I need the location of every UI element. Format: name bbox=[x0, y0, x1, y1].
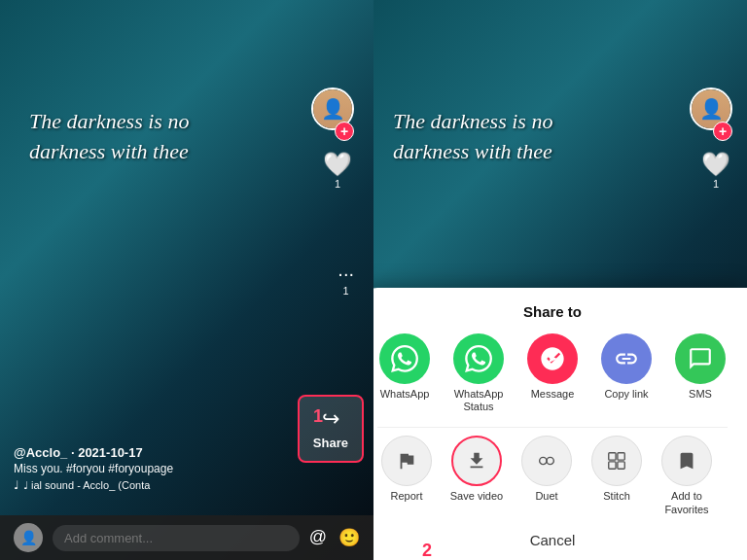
sms-label: SMS bbox=[689, 388, 712, 401]
more-options-button[interactable]: ··· 1 bbox=[338, 262, 354, 297]
action-item-stitch[interactable]: Stitch bbox=[582, 436, 652, 515]
comment-input[interactable] bbox=[53, 525, 300, 551]
stitch-label: Stitch bbox=[603, 490, 630, 503]
duet-icon bbox=[536, 450, 557, 472]
svg-rect-5 bbox=[618, 462, 624, 469]
sms-icon bbox=[688, 346, 713, 371]
svg-rect-4 bbox=[609, 462, 616, 469]
share-item-sms[interactable]: SMS bbox=[665, 333, 735, 413]
duet-label: Duet bbox=[535, 490, 557, 503]
report-icon bbox=[396, 450, 417, 472]
save-video-label: Save video bbox=[450, 490, 503, 503]
heart-button[interactable]: 🤍 1 bbox=[323, 151, 352, 190]
report-label: Report bbox=[390, 490, 422, 503]
share-dialog: Share to WhatsApp WhatsApp Status bbox=[374, 288, 747, 560]
username: @Acclo_ · 2021-10-17 bbox=[14, 445, 360, 460]
video-overlay-text-left: The darkness is no darkness with thee bbox=[29, 107, 189, 167]
add-favorites-icon bbox=[676, 450, 697, 472]
whatsapp-icon-circle bbox=[379, 333, 430, 384]
save-video-icon bbox=[466, 450, 487, 472]
svg-point-0 bbox=[540, 458, 547, 465]
copylink-icon bbox=[614, 346, 639, 371]
share-actions-row: Report Save video bbox=[374, 436, 737, 515]
caption: Miss you. #foryou #foryoupage bbox=[14, 462, 360, 475]
svg-rect-3 bbox=[618, 453, 624, 460]
add-favorites-label: Add to Favorites bbox=[652, 490, 722, 515]
emoji-icon[interactable]: 🙂 bbox=[338, 527, 360, 548]
svg-rect-2 bbox=[609, 453, 616, 460]
sms-icon-circle bbox=[675, 333, 726, 384]
commenter-avatar: 👤 bbox=[14, 523, 43, 552]
stitch-icon-circle bbox=[591, 436, 642, 486]
video-overlay-text-right: The darkness is no darkness with thee bbox=[393, 107, 552, 167]
action-item-duet[interactable]: Duet bbox=[512, 436, 582, 515]
share-dialog-title: Share to bbox=[374, 303, 737, 320]
sound-info: ♩ ♩ ial sound - Acclo_ (Conta bbox=[14, 478, 360, 492]
divider bbox=[377, 427, 728, 428]
report-icon-circle bbox=[381, 436, 432, 486]
action-item-report[interactable]: Report bbox=[374, 436, 442, 515]
copylink-label: Copy link bbox=[604, 388, 648, 401]
whatsapp-icon bbox=[391, 345, 418, 372]
message-icon bbox=[539, 345, 566, 372]
comment-icons: @ 🙂 bbox=[309, 527, 360, 548]
stitch-icon bbox=[606, 450, 627, 472]
heart-count-right: 1 bbox=[701, 178, 730, 190]
music-note-icon: ♩ bbox=[14, 478, 19, 492]
add-favorites-icon-circle bbox=[661, 436, 712, 486]
heart-count: 1 bbox=[323, 178, 352, 190]
share-icons-row: WhatsApp WhatsApp Status bbox=[374, 333, 737, 413]
follow-plus-badge[interactable]: + bbox=[335, 122, 354, 141]
heart-button-right[interactable]: 🤍 1 bbox=[701, 151, 730, 190]
video-container: The darkness is no darkness with thee 👤 … bbox=[0, 0, 747, 560]
whatsapp-status-icon bbox=[465, 345, 492, 372]
whatsapp-status-icon-circle bbox=[453, 333, 504, 384]
mention-icon[interactable]: @ bbox=[309, 527, 327, 548]
message-label: Message bbox=[531, 388, 575, 401]
whatsapp-label: WhatsApp bbox=[380, 388, 430, 401]
share-item-whatsapp-status[interactable]: WhatsApp Status bbox=[444, 333, 514, 413]
whatsapp-status-label: WhatsApp Status bbox=[444, 388, 514, 413]
message-icon-circle bbox=[527, 333, 578, 384]
share-item-message[interactable]: Message bbox=[517, 333, 587, 413]
share-item-copylink[interactable]: Copy link bbox=[591, 333, 661, 413]
share-arrow-icon: ↪ bbox=[313, 406, 348, 432]
left-video-panel: The darkness is no darkness with thee 👤 … bbox=[0, 0, 374, 560]
action-item-save-video[interactable]: Save video bbox=[442, 436, 512, 515]
share-item-whatsapp[interactable]: WhatsApp bbox=[374, 333, 440, 413]
dots-count: 1 bbox=[338, 285, 354, 297]
save-video-icon-circle bbox=[451, 436, 502, 486]
duet-icon-circle bbox=[521, 436, 572, 486]
action-item-add-favorites[interactable]: Add to Favorites bbox=[652, 436, 722, 515]
copylink-icon-circle bbox=[601, 333, 652, 384]
follow-plus-badge-right[interactable]: + bbox=[713, 122, 732, 141]
svg-point-1 bbox=[547, 458, 553, 465]
step-2-badge: 2 bbox=[422, 541, 432, 560]
comment-bar: 👤 @ 🙂 bbox=[0, 515, 374, 560]
right-video-panel: The darkness is no darkness with thee 👤 … bbox=[374, 0, 747, 560]
